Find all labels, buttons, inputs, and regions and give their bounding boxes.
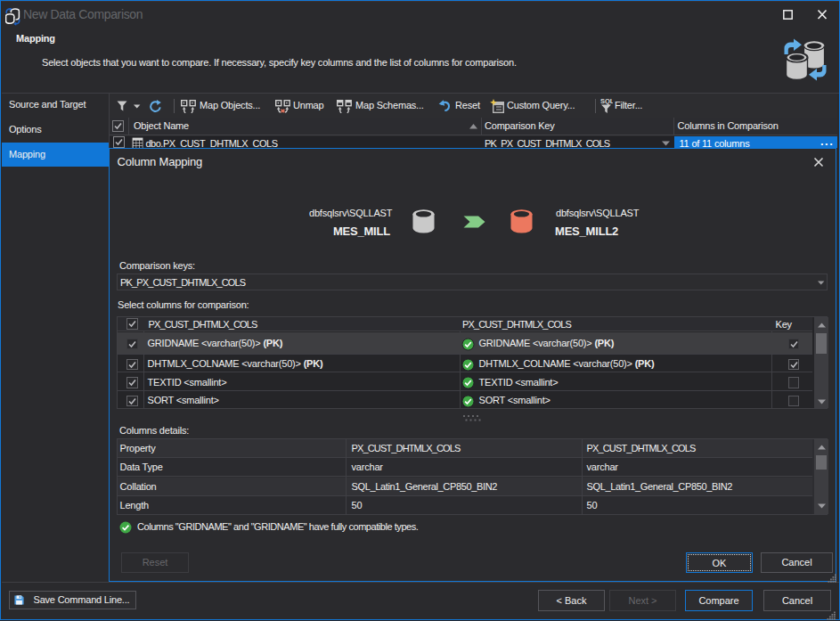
svg-text:SQL: SQL xyxy=(600,97,613,105)
